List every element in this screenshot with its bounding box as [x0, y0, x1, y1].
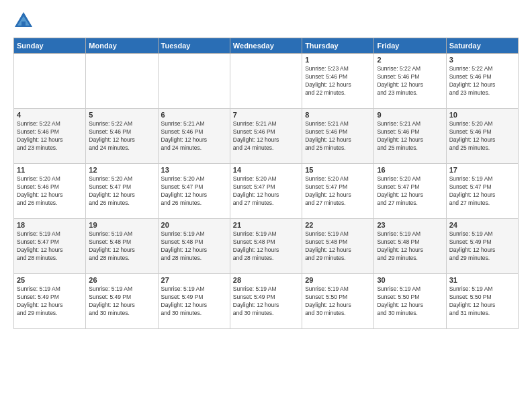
calendar-cell	[14, 54, 86, 109]
page: SundayMondayTuesdayWednesdayThursdayFrid…	[0, 0, 532, 411]
day-info: Sunrise: 5:20 AM Sunset: 5:47 PM Dayligh…	[161, 175, 227, 208]
header	[13, 11, 519, 31]
day-number: 28	[233, 276, 299, 284]
day-number: 16	[377, 166, 443, 174]
day-info: Sunrise: 5:19 AM Sunset: 5:48 PM Dayligh…	[89, 230, 154, 263]
calendar-header-monday: Monday	[86, 38, 158, 54]
calendar-header-saturday: Saturday	[446, 38, 518, 54]
calendar-cell: 18Sunrise: 5:19 AM Sunset: 5:47 PM Dayli…	[14, 219, 86, 274]
calendar-cell: 15Sunrise: 5:20 AM Sunset: 5:47 PM Dayli…	[302, 164, 374, 219]
calendar-header-thursday: Thursday	[302, 38, 374, 54]
day-number: 10	[449, 111, 515, 119]
day-info: Sunrise: 5:19 AM Sunset: 5:48 PM Dayligh…	[233, 230, 299, 263]
calendar-cell: 17Sunrise: 5:19 AM Sunset: 5:47 PM Dayli…	[446, 164, 518, 219]
calendar-header-wednesday: Wednesday	[230, 38, 302, 54]
day-info: Sunrise: 5:20 AM Sunset: 5:47 PM Dayligh…	[89, 175, 154, 208]
calendar-cell: 6Sunrise: 5:21 AM Sunset: 5:46 PM Daylig…	[158, 109, 230, 164]
calendar-cell: 7Sunrise: 5:21 AM Sunset: 5:46 PM Daylig…	[230, 109, 302, 164]
calendar-cell: 25Sunrise: 5:19 AM Sunset: 5:49 PM Dayli…	[14, 274, 86, 329]
svg-rect-2	[21, 21, 26, 27]
day-number: 15	[305, 166, 371, 174]
day-info: Sunrise: 5:19 AM Sunset: 5:48 PM Dayligh…	[377, 230, 443, 263]
calendar-cell: 5Sunrise: 5:22 AM Sunset: 5:46 PM Daylig…	[86, 109, 158, 164]
calendar-header-row: SundayMondayTuesdayWednesdayThursdayFrid…	[14, 38, 519, 54]
calendar-cell: 27Sunrise: 5:19 AM Sunset: 5:49 PM Dayli…	[158, 274, 230, 329]
calendar-cell: 10Sunrise: 5:20 AM Sunset: 5:46 PM Dayli…	[446, 109, 518, 164]
day-number: 25	[17, 276, 83, 284]
day-number: 22	[305, 221, 371, 229]
day-number: 11	[17, 166, 83, 174]
day-info: Sunrise: 5:19 AM Sunset: 5:48 PM Dayligh…	[305, 230, 371, 263]
day-number: 26	[89, 276, 154, 284]
calendar-cell: 12Sunrise: 5:20 AM Sunset: 5:47 PM Dayli…	[86, 164, 158, 219]
day-number: 27	[161, 276, 227, 284]
day-info: Sunrise: 5:20 AM Sunset: 5:46 PM Dayligh…	[17, 175, 83, 208]
calendar-header-tuesday: Tuesday	[158, 38, 230, 54]
day-number: 29	[305, 276, 371, 284]
calendar-cell: 23Sunrise: 5:19 AM Sunset: 5:48 PM Dayli…	[374, 219, 446, 274]
calendar-cell: 26Sunrise: 5:19 AM Sunset: 5:49 PM Dayli…	[86, 274, 158, 329]
calendar-header-friday: Friday	[374, 38, 446, 54]
calendar-cell: 1Sunrise: 5:23 AM Sunset: 5:46 PM Daylig…	[302, 54, 374, 109]
calendar-cell	[230, 54, 302, 109]
day-number: 19	[89, 221, 154, 229]
calendar-week-1: 1Sunrise: 5:23 AM Sunset: 5:46 PM Daylig…	[14, 54, 519, 109]
calendar-cell: 13Sunrise: 5:20 AM Sunset: 5:47 PM Dayli…	[158, 164, 230, 219]
calendar-cell: 14Sunrise: 5:20 AM Sunset: 5:47 PM Dayli…	[230, 164, 302, 219]
day-number: 12	[89, 166, 154, 174]
day-info: Sunrise: 5:22 AM Sunset: 5:46 PM Dayligh…	[89, 120, 154, 152]
calendar-cell: 29Sunrise: 5:19 AM Sunset: 5:50 PM Dayli…	[302, 274, 374, 329]
day-info: Sunrise: 5:19 AM Sunset: 5:50 PM Dayligh…	[449, 285, 515, 318]
day-info: Sunrise: 5:19 AM Sunset: 5:47 PM Dayligh…	[17, 230, 83, 263]
calendar-cell	[158, 54, 230, 109]
day-info: Sunrise: 5:19 AM Sunset: 5:48 PM Dayligh…	[161, 230, 227, 263]
day-info: Sunrise: 5:21 AM Sunset: 5:46 PM Dayligh…	[161, 120, 227, 152]
day-number: 17	[449, 166, 515, 174]
day-info: Sunrise: 5:20 AM Sunset: 5:47 PM Dayligh…	[305, 175, 371, 208]
calendar-week-5: 25Sunrise: 5:19 AM Sunset: 5:49 PM Dayli…	[14, 274, 519, 329]
calendar-cell: 9Sunrise: 5:21 AM Sunset: 5:46 PM Daylig…	[374, 109, 446, 164]
calendar-cell: 4Sunrise: 5:22 AM Sunset: 5:46 PM Daylig…	[14, 109, 86, 164]
day-number: 24	[449, 221, 515, 229]
day-info: Sunrise: 5:20 AM Sunset: 5:47 PM Dayligh…	[377, 175, 443, 208]
calendar-cell: 31Sunrise: 5:19 AM Sunset: 5:50 PM Dayli…	[446, 274, 518, 329]
day-info: Sunrise: 5:22 AM Sunset: 5:46 PM Dayligh…	[377, 65, 443, 97]
day-info: Sunrise: 5:19 AM Sunset: 5:49 PM Dayligh…	[233, 285, 299, 318]
calendar-cell: 2Sunrise: 5:22 AM Sunset: 5:46 PM Daylig…	[374, 54, 446, 109]
day-info: Sunrise: 5:19 AM Sunset: 5:49 PM Dayligh…	[161, 285, 227, 318]
calendar-cell: 21Sunrise: 5:19 AM Sunset: 5:48 PM Dayli…	[230, 219, 302, 274]
calendar-cell	[86, 54, 158, 109]
calendar-cell: 20Sunrise: 5:19 AM Sunset: 5:48 PM Dayli…	[158, 219, 230, 274]
day-number: 4	[17, 111, 83, 119]
calendar-cell: 16Sunrise: 5:20 AM Sunset: 5:47 PM Dayli…	[374, 164, 446, 219]
day-info: Sunrise: 5:22 AM Sunset: 5:46 PM Dayligh…	[449, 65, 515, 97]
day-number: 6	[161, 111, 227, 119]
calendar-cell: 28Sunrise: 5:19 AM Sunset: 5:49 PM Dayli…	[230, 274, 302, 329]
day-info: Sunrise: 5:21 AM Sunset: 5:46 PM Dayligh…	[233, 120, 299, 152]
day-number: 31	[449, 276, 515, 284]
calendar-cell: 8Sunrise: 5:21 AM Sunset: 5:46 PM Daylig…	[302, 109, 374, 164]
day-number: 2	[377, 56, 443, 64]
logo-icon	[13, 11, 34, 31]
day-number: 5	[89, 111, 154, 119]
day-info: Sunrise: 5:20 AM Sunset: 5:46 PM Dayligh…	[449, 120, 515, 152]
day-number: 8	[305, 111, 371, 119]
calendar-cell: 22Sunrise: 5:19 AM Sunset: 5:48 PM Dayli…	[302, 219, 374, 274]
day-info: Sunrise: 5:21 AM Sunset: 5:46 PM Dayligh…	[305, 120, 371, 152]
calendar-cell: 30Sunrise: 5:19 AM Sunset: 5:50 PM Dayli…	[374, 274, 446, 329]
day-number: 1	[305, 56, 371, 64]
day-number: 20	[161, 221, 227, 229]
day-info: Sunrise: 5:19 AM Sunset: 5:47 PM Dayligh…	[449, 175, 515, 208]
day-number: 9	[377, 111, 443, 119]
day-number: 18	[17, 221, 83, 229]
day-info: Sunrise: 5:23 AM Sunset: 5:46 PM Dayligh…	[305, 65, 371, 97]
day-info: Sunrise: 5:19 AM Sunset: 5:49 PM Dayligh…	[17, 285, 83, 318]
day-number: 3	[449, 56, 515, 64]
day-number: 21	[233, 221, 299, 229]
calendar-header-sunday: Sunday	[14, 38, 86, 54]
calendar-week-3: 11Sunrise: 5:20 AM Sunset: 5:46 PM Dayli…	[14, 164, 519, 219]
day-number: 30	[377, 276, 443, 284]
calendar-week-2: 4Sunrise: 5:22 AM Sunset: 5:46 PM Daylig…	[14, 109, 519, 164]
day-info: Sunrise: 5:20 AM Sunset: 5:47 PM Dayligh…	[233, 175, 299, 208]
logo	[13, 11, 36, 31]
